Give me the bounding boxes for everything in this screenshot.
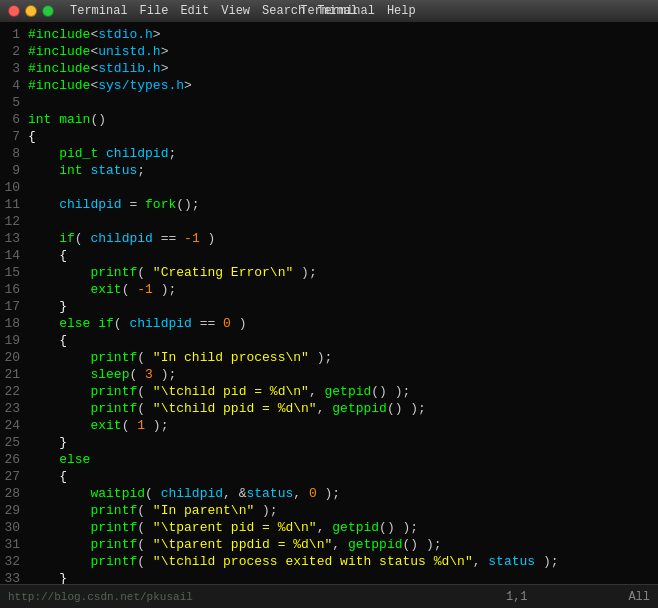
- line-11: 11 childpid = fork();: [0, 196, 658, 213]
- statusbar: http://blog.csdn.net/pkusail 1,1 All: [0, 584, 658, 608]
- line-13: 13 if( childpid == -1 ): [0, 230, 658, 247]
- line-10: 10: [0, 179, 658, 196]
- line-4: 4 #include<sys/types.h>: [0, 77, 658, 94]
- line-5: 5: [0, 94, 658, 111]
- line-12: 12: [0, 213, 658, 230]
- menu-search[interactable]: Search: [262, 4, 305, 18]
- line-15: 15 printf( "Creating Error\n" );: [0, 264, 658, 281]
- line-23: 23 printf( "\tchild ppid = %d\n", getppi…: [0, 400, 658, 417]
- line-18: 18 else if( childpid == 0 ): [0, 315, 658, 332]
- menu-terminal[interactable]: Terminal: [70, 4, 128, 18]
- line-16: 16 exit( -1 );: [0, 281, 658, 298]
- line-21: 21 sleep( 3 );: [0, 366, 658, 383]
- close-button[interactable]: [8, 5, 20, 17]
- line-30: 30 printf( "\tparent pid = %d\n", getpid…: [0, 519, 658, 536]
- line-24: 24 exit( 1 );: [0, 417, 658, 434]
- line-9: 9 int status;: [0, 162, 658, 179]
- titlebar: Terminal File Edit View Search Terminal …: [0, 0, 658, 22]
- menu-help[interactable]: Help: [387, 4, 416, 18]
- line-29: 29 printf( "In parent\n" );: [0, 502, 658, 519]
- line-32: 32 printf( "\tchild process exited with …: [0, 553, 658, 570]
- code-content: 1 #include<stdio.h> 2 #include<unistd.h>…: [0, 22, 658, 584]
- line-26: 26 else: [0, 451, 658, 468]
- code-editor[interactable]: 1 #include<stdio.h> 2 #include<unistd.h>…: [0, 22, 658, 584]
- line-17: 17 }: [0, 298, 658, 315]
- line-19: 19 {: [0, 332, 658, 349]
- line-20: 20 printf( "In child process\n" );: [0, 349, 658, 366]
- cursor-position: 1,1 All: [506, 590, 650, 604]
- line-28: 28 waitpid( childpid, &status, 0 );: [0, 485, 658, 502]
- window-title: Terminal: [300, 4, 358, 18]
- line-14: 14 {: [0, 247, 658, 264]
- line-27: 27 {: [0, 468, 658, 485]
- line-22: 22 printf( "\tchild pid = %d\n", getpid(…: [0, 383, 658, 400]
- line-7: 7 {: [0, 128, 658, 145]
- maximize-button[interactable]: [42, 5, 54, 17]
- line-33: 33 }: [0, 570, 658, 584]
- line-3: 3 #include<stdlib.h>: [0, 60, 658, 77]
- watermark: http://blog.csdn.net/pkusail: [8, 591, 193, 603]
- line-2: 2 #include<unistd.h>: [0, 43, 658, 60]
- line-8: 8 pid_t childpid;: [0, 145, 658, 162]
- line-6: 6 int main(): [0, 111, 658, 128]
- menu-view[interactable]: View: [221, 4, 250, 18]
- window-controls: [8, 5, 54, 17]
- menu-file[interactable]: File: [140, 4, 169, 18]
- menu-edit[interactable]: Edit: [180, 4, 209, 18]
- menu-bar: Terminal File Edit View Search Terminal …: [70, 4, 416, 18]
- line-25: 25 }: [0, 434, 658, 451]
- minimize-button[interactable]: [25, 5, 37, 17]
- line-31: 31 printf( "\tparent ppdid = %d\n", getp…: [0, 536, 658, 553]
- line-1: 1 #include<stdio.h>: [0, 26, 658, 43]
